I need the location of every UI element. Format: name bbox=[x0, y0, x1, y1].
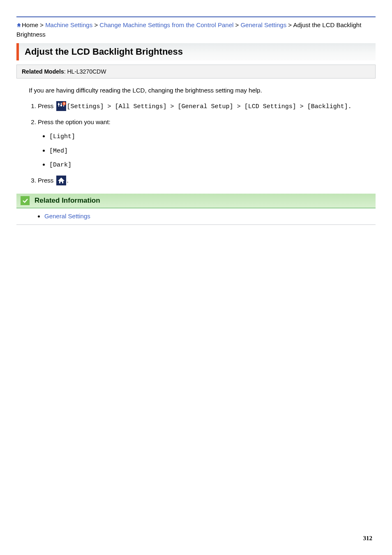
breadcrumb: Home > Machine Settings > Change Machine… bbox=[16, 21, 376, 39]
step2-text: Press the option you want: bbox=[38, 118, 111, 125]
related-info-bar: Related Information bbox=[16, 194, 376, 208]
breadcrumb-link-change-settings[interactable]: Change Machine Settings from the Control… bbox=[99, 21, 233, 28]
steps-list: Press [Settings] > [All Settings] > [Gen… bbox=[16, 100, 376, 186]
breadcrumb-home[interactable]: Home bbox=[22, 21, 38, 28]
step-1: Press [Settings] > [All Settings] > [Gen… bbox=[38, 100, 376, 113]
breadcrumb-sep: > bbox=[40, 21, 44, 28]
related-info-title: Related Information bbox=[35, 197, 100, 205]
step1-path-all: [All Settings] bbox=[115, 103, 167, 110]
page-title-bar: Adjust the LCD Backlight Brightness bbox=[16, 43, 376, 60]
home-icon[interactable] bbox=[16, 23, 21, 28]
related-link-general-settings[interactable]: General Settings bbox=[44, 213, 90, 220]
step1-path-lcd: [LCD Settings] bbox=[244, 103, 296, 110]
opt-dark: [Dark] bbox=[49, 162, 71, 169]
step1-path-settings: [Settings] bbox=[67, 103, 104, 110]
intro-text: If you are having difficulty reading the… bbox=[29, 87, 376, 94]
related-models-value: : HL-L3270CDW bbox=[64, 68, 106, 75]
step1-end: . bbox=[348, 103, 352, 110]
step3-end: . bbox=[67, 177, 69, 184]
opt-light: [Light] bbox=[49, 133, 75, 140]
step1-path-backlight: [Backlight] bbox=[307, 103, 348, 110]
step3-press: Press bbox=[38, 177, 55, 184]
breadcrumb-link-machine-settings[interactable]: Machine Settings bbox=[45, 21, 92, 28]
breadcrumb-sep: > bbox=[235, 21, 239, 28]
breadcrumb-sep: > bbox=[94, 21, 98, 28]
step1-sep: > bbox=[104, 103, 115, 110]
step1-sep: > bbox=[296, 103, 307, 110]
svg-rect-0 bbox=[58, 104, 60, 105]
step-2: Press the option you want: [Light] [Med]… bbox=[38, 116, 376, 171]
breadcrumb-link-general-settings[interactable]: General Settings bbox=[240, 21, 286, 28]
breadcrumb-sep: > bbox=[288, 21, 292, 28]
page-number: 312 bbox=[363, 535, 373, 542]
svg-rect-4 bbox=[64, 103, 65, 105]
step-3: Press . bbox=[38, 175, 376, 187]
step1-sep: > bbox=[233, 103, 244, 110]
step1-path-general: [General Setup] bbox=[178, 103, 233, 110]
related-models-box: Related Models: HL-L3270CDW bbox=[16, 65, 376, 79]
check-icon bbox=[21, 196, 30, 205]
opt-med: [Med] bbox=[49, 148, 68, 155]
related-models-label: Related Models bbox=[22, 68, 64, 75]
settings-icon bbox=[56, 101, 66, 111]
top-rule bbox=[16, 16, 376, 17]
related-links-list: General Settings bbox=[16, 213, 376, 225]
home-button-icon bbox=[56, 176, 66, 185]
step1-press: Press bbox=[38, 102, 55, 109]
svg-rect-1 bbox=[60, 105, 62, 106]
step1-sep: > bbox=[167, 103, 178, 110]
page-title: Adjust the LCD Backlight Brightness bbox=[25, 46, 370, 57]
step2-options: [Light] [Med] [Dark] bbox=[38, 130, 376, 171]
